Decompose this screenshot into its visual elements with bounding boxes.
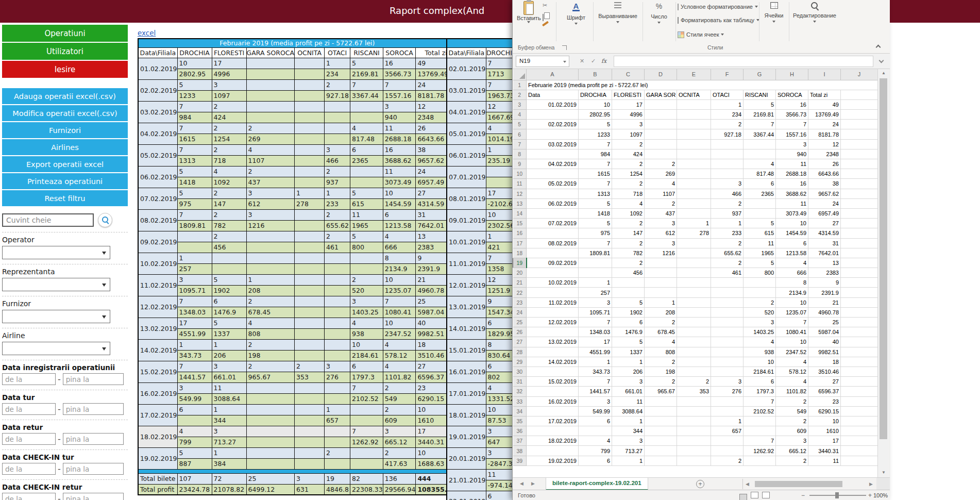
grid-cell[interactable]: 612: [645, 228, 677, 238]
grid-cell[interactable]: [677, 110, 711, 120]
grid-cell[interactable]: 5: [579, 198, 612, 208]
grid-cell[interactable]: [711, 357, 744, 366]
grid-cell[interactable]: 940: [776, 149, 808, 159]
grid-cell[interactable]: 208: [645, 307, 677, 317]
grid-cell[interactable]: 15.02.2019: [527, 377, 579, 387]
grid-cell[interactable]: 4: [776, 357, 808, 366]
grid-cell[interactable]: [841, 139, 878, 149]
grid-cell[interactable]: 3: [612, 120, 645, 129]
grid-cell[interactable]: [677, 416, 711, 426]
grid-cell[interactable]: 25: [808, 318, 841, 327]
row-number[interactable]: 16: [513, 228, 527, 238]
grid-cell[interactable]: 1: [711, 416, 744, 426]
grid-cell[interactable]: 5: [744, 99, 776, 109]
select-airline[interactable]: [2, 342, 110, 355]
grid-cell[interactable]: 344: [612, 426, 645, 436]
grid-cell[interactable]: 6643.66: [808, 169, 841, 179]
format-as-table-button[interactable]: Форматировать как таблицу: [678, 14, 756, 26]
row-number[interactable]: 20: [513, 268, 527, 278]
grid-cell[interactable]: 1: [579, 278, 612, 288]
grid-cell[interactable]: 3440.31: [808, 446, 841, 456]
grid-cell[interactable]: [711, 327, 744, 337]
grid-cell[interactable]: 6: [776, 238, 808, 248]
scrollbar-thumb[interactable]: [880, 78, 887, 439]
grid-cell[interactable]: [841, 288, 878, 297]
grid-cell[interactable]: 1337: [612, 347, 645, 357]
grid-cell[interactable]: [527, 169, 579, 179]
grid-cell[interactable]: [645, 139, 677, 149]
vertical-scrollbar[interactable]: ▲ ▼: [877, 69, 889, 477]
grid-cell[interactable]: 2802.95: [579, 110, 612, 120]
grid-cell[interactable]: 7: [776, 318, 808, 327]
grid-column-header[interactable]: J: [841, 69, 878, 80]
grid-cell[interactable]: 661.01: [612, 387, 645, 396]
grid-cell[interactable]: 4: [579, 436, 612, 446]
grid-cell[interactable]: [677, 208, 711, 218]
grid-cell[interactable]: 3: [579, 297, 612, 307]
grid-cell[interactable]: 456: [612, 268, 645, 278]
grid-cell[interactable]: [677, 198, 711, 208]
grid-cell[interactable]: [677, 238, 711, 248]
grid-cell[interactable]: [677, 248, 711, 258]
grid-cell[interactable]: 8: [776, 278, 808, 288]
grid-cell[interactable]: FLORESTI: [612, 90, 645, 99]
grid-cell[interactable]: 3088.64: [612, 406, 645, 416]
grid-cell[interactable]: [645, 396, 677, 406]
grid-cell[interactable]: 609: [776, 426, 808, 436]
paste-button[interactable]: Вставить: [517, 1, 541, 23]
grid-cell[interactable]: [841, 278, 878, 288]
row-number[interactable]: 38: [513, 446, 527, 456]
grid-cell[interactable]: 10.02.2019: [527, 278, 579, 288]
grid-cell[interactable]: 578.12: [776, 366, 808, 376]
grid-cell[interactable]: 2: [612, 219, 645, 228]
grid-cell[interactable]: 2365: [744, 189, 776, 198]
grid-cell[interactable]: 13: [808, 258, 841, 268]
grid-cell[interactable]: 1101.82: [776, 387, 808, 396]
grid-cell[interactable]: 2: [711, 198, 744, 208]
grid-column-header[interactable]: H: [776, 69, 808, 80]
grid-cell[interactable]: 4: [612, 198, 645, 208]
grid-cell[interactable]: 3566.73: [776, 110, 808, 120]
grid-cell[interactable]: 461: [711, 268, 744, 278]
sidebar-button-furnizori[interactable]: Furnizori: [2, 122, 128, 138]
grid-cell[interactable]: OTACI: [711, 90, 744, 99]
grid-cell[interactable]: [744, 426, 776, 436]
grid-cell[interactable]: 10: [808, 416, 841, 426]
grid-cell[interactable]: 657: [711, 426, 744, 436]
font-button[interactable]: A Шрифт: [561, 2, 591, 25]
grid-cell[interactable]: [841, 396, 878, 406]
grid-cell[interactable]: 718: [612, 189, 645, 198]
grid-cell[interactable]: [677, 366, 711, 376]
alignment-button[interactable]: Выравнивание: [595, 2, 640, 23]
grid-cell[interactable]: [744, 149, 776, 159]
grid-cell[interactable]: 6596.37: [808, 387, 841, 396]
sidebar-button-printeaza-operatiuni[interactable]: Printeaza operatiuni: [2, 173, 128, 189]
grid-column-header[interactable]: C: [612, 69, 645, 80]
row-number[interactable]: 9: [513, 159, 527, 169]
grid-cell[interactable]: 16: [776, 99, 808, 109]
grid-cell[interactable]: 7: [744, 436, 776, 446]
select-operator[interactable]: [2, 246, 110, 259]
grid-cell[interactable]: [645, 456, 677, 465]
row-number[interactable]: 36: [513, 426, 527, 436]
grid-cell[interactable]: 07.02.2019: [527, 219, 579, 228]
grid-cell[interactable]: [677, 456, 711, 465]
grid-cell[interactable]: 975: [579, 228, 612, 238]
cell-styles-button[interactable]: Стили ячеек: [678, 29, 756, 40]
grid-cell[interactable]: [677, 357, 711, 366]
grid-cell[interactable]: [677, 426, 711, 436]
date-to-input[interactable]: [63, 463, 124, 475]
scroll-right-icon[interactable]: ▶: [869, 481, 873, 487]
grid-cell[interactable]: [744, 456, 776, 465]
row-number[interactable]: 28: [513, 347, 527, 357]
grid-cell[interactable]: [841, 90, 878, 99]
search-button[interactable]: [98, 213, 112, 227]
grid-cell[interactable]: [841, 426, 878, 436]
grid-cell[interactable]: [744, 208, 776, 218]
grid-cell[interactable]: 1233: [579, 129, 612, 139]
row-number[interactable]: 2: [513, 90, 527, 99]
grid-cell[interactable]: 938: [744, 347, 776, 357]
sheet-tab[interactable]: bilete-raport-complex-19.02.201: [546, 478, 648, 490]
grid-cell[interactable]: 1418: [579, 208, 612, 218]
select-all-cell[interactable]: [513, 69, 527, 80]
